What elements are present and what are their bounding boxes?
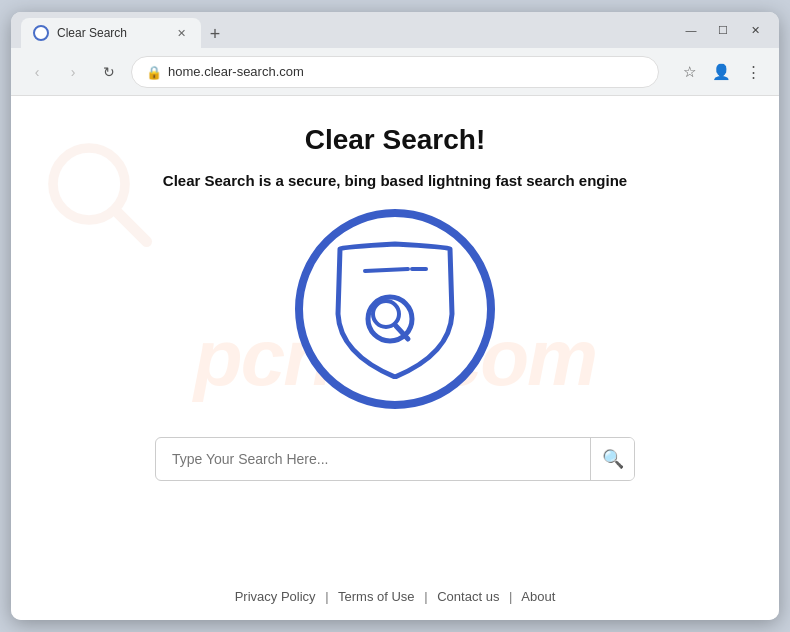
maximize-button[interactable]: ☐ (709, 19, 737, 41)
title-bar: Clear Search ✕ + — ☐ ✕ (11, 12, 779, 48)
tab-close-button[interactable]: ✕ (173, 25, 189, 41)
tab-title: Clear Search (57, 26, 165, 40)
search-bar-container: 🔍 (155, 437, 635, 481)
svg-line-1 (115, 210, 146, 241)
logo-container (295, 209, 495, 409)
about-link[interactable]: About (521, 589, 555, 604)
address-right-icons: ☆ 👤 ⋮ (675, 58, 767, 86)
page-subtitle: Clear Search is a secure, bing based lig… (163, 172, 627, 189)
watermark-magnifier (41, 136, 161, 256)
footer-links: Privacy Policy | Terms of Use | Contact … (11, 589, 779, 604)
separator-2: | (424, 589, 427, 604)
address-text: home.clear-search.com (168, 64, 644, 79)
star-icon: ☆ (683, 63, 696, 81)
lock-icon: 🔒 (146, 65, 160, 79)
refresh-button[interactable]: ↻ (95, 58, 123, 86)
address-bar[interactable]: 🔒 home.clear-search.com (131, 56, 659, 88)
close-button[interactable]: ✕ (741, 19, 769, 41)
new-tab-button[interactable]: + (201, 20, 229, 48)
profile-button[interactable]: 👤 (707, 58, 735, 86)
contact-us-link[interactable]: Contact us (437, 589, 499, 604)
back-button[interactable]: ‹ (23, 58, 51, 86)
separator-3: | (509, 589, 512, 604)
bookmark-button[interactable]: ☆ (675, 58, 703, 86)
page-title: Clear Search! (305, 124, 486, 156)
active-tab[interactable]: Clear Search ✕ (21, 18, 201, 48)
svg-point-5 (373, 301, 399, 327)
address-bar-area: ‹ › ↻ 🔒 home.clear-search.com ☆ 👤 ⋮ (11, 48, 779, 96)
back-icon: ‹ (35, 64, 40, 80)
forward-button[interactable]: › (59, 58, 87, 86)
forward-icon: › (71, 64, 76, 80)
separator-1: | (325, 589, 328, 604)
window-controls: — ☐ ✕ (677, 19, 769, 41)
search-button[interactable]: 🔍 (590, 437, 634, 481)
privacy-policy-link[interactable]: Privacy Policy (235, 589, 316, 604)
svg-line-2 (365, 269, 408, 271)
tab-area: Clear Search ✕ + (21, 12, 669, 48)
page-content: pcrisk.com Clear Search! Clear Search is… (11, 96, 779, 620)
profile-icon: 👤 (712, 63, 731, 81)
more-icon: ⋮ (746, 63, 761, 81)
logo-shield-svg (330, 239, 460, 379)
search-input[interactable] (156, 438, 590, 480)
browser-window: Clear Search ✕ + — ☐ ✕ ‹ › ↻ 🔒 home.clea… (11, 12, 779, 620)
terms-of-use-link[interactable]: Terms of Use (338, 589, 415, 604)
tab-favicon (33, 25, 49, 41)
refresh-icon: ↻ (103, 64, 115, 80)
search-icon: 🔍 (602, 448, 624, 470)
minimize-button[interactable]: — (677, 19, 705, 41)
svg-point-0 (53, 148, 125, 220)
more-menu-button[interactable]: ⋮ (739, 58, 767, 86)
